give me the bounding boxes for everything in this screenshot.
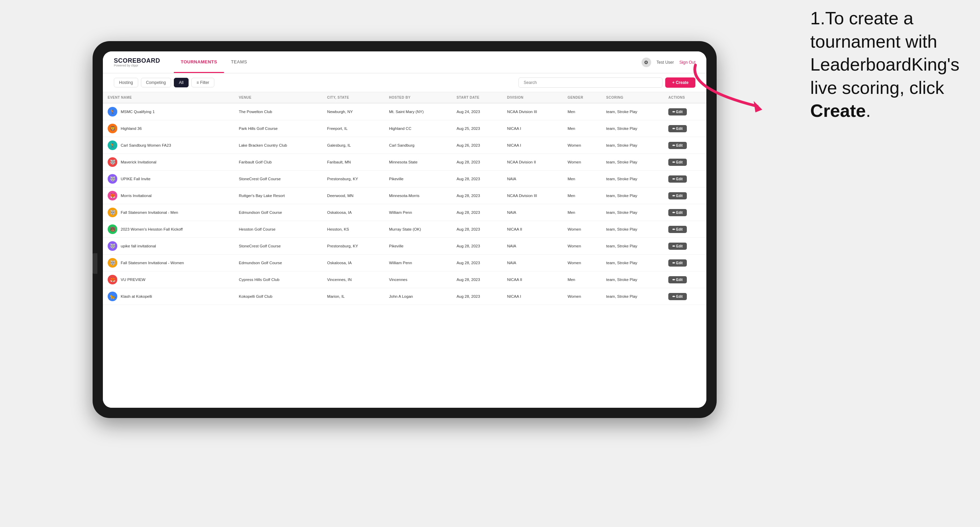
cell-event-name: 🐆 Klash at Kokopelli [103,288,234,305]
cell-event-name: 🏌 Carl Sandburg Women FA23 [103,137,234,154]
table-row: 🐺 Fall Statesmen Invitational - Women Ed… [103,255,706,271]
cell-event-name: 🐺 Maverick Invitational [103,154,234,171]
col-city-state: CITY, STATE [322,92,384,103]
edit-button[interactable]: ✏ Edit [668,243,687,250]
cell-city: Hesston, KS [322,221,384,238]
cell-event-name: 🐻 2023 Women's Hesston Fall Kickoff [103,221,234,238]
cell-scoring: team, Stroke Play [601,171,663,187]
app-header: SCOREBOARD Powered by clippr TOURNAMENTS… [103,51,706,73]
event-icon: 🏌 [108,107,117,116]
cell-city: Freeport, IL [322,120,384,137]
cell-scoring: team, Stroke Play [601,137,663,154]
event-icon: 🦊 [108,191,117,200]
cell-hosted-by: William Penn [384,204,452,221]
cell-division: NCAA Division III [502,103,563,120]
event-name-text: Fall Statesmen Invitational - Men [121,210,178,214]
app-logo: SCOREBOARD [114,57,160,64]
table-row: 🦁 Highland 36 Park Hills Golf Course Fre… [103,120,706,137]
cell-venue: Ruttger's Bay Lake Resort [234,187,323,204]
cell-division: NAIA [502,171,563,187]
cell-actions: ✏ Edit [663,204,706,221]
edit-button[interactable]: ✏ Edit [668,226,687,233]
event-name-text: Morris Invitational [121,194,151,198]
cell-gender: Women [563,137,601,154]
table-row: 🦊 Morris Invitational Ruttger's Bay Lake… [103,187,706,204]
table-row: 🐆 Klash at Kokopelli Kokopelli Golf Club… [103,288,706,305]
cell-start-date: Aug 28, 2023 [452,255,502,271]
event-icon: 🐻 [108,224,117,234]
cell-start-date: Aug 28, 2023 [452,204,502,221]
cell-start-date: Aug 24, 2023 [452,103,502,120]
filter-button[interactable]: ≡ Filter [191,78,214,87]
cell-gender: Women [563,221,601,238]
cell-event-name: 🐺 upike fall invitational [103,238,234,255]
event-icon: 🦊 [108,275,117,284]
cell-hosted-by: Pikeville [384,238,452,255]
cell-actions: ✏ Edit [663,288,706,305]
tablet-side-button [92,253,97,274]
cell-venue: StoneCrest Golf Course [234,238,323,255]
tablet-screen: SCOREBOARD Powered by clippr TOURNAMENTS… [103,51,706,408]
cell-actions: ✏ Edit [663,154,706,171]
edit-button[interactable]: ✏ Edit [668,125,687,132]
cell-city: Oskaloosa, IA [322,204,384,221]
edit-button[interactable]: ✏ Edit [668,159,687,166]
event-name-text: Fall Statesmen Invitational - Women [121,261,184,265]
table-header-row: EVENT NAME VENUE CITY, STATE HOSTED BY S… [103,92,706,103]
cell-hosted-by: Pikeville [384,171,452,187]
user-name: Test User [657,60,674,65]
tablet-frame: SCOREBOARD Powered by clippr TOURNAMENTS… [92,41,717,418]
toolbar: Hosting Competing All ≡ Filter + Create [103,73,706,92]
table-row: 🐺 Fall Statesmen Invitational - Men Edmu… [103,204,706,221]
edit-button[interactable]: ✏ Edit [668,276,687,283]
cell-gender: Men [563,120,601,137]
cell-scoring: team, Stroke Play [601,187,663,204]
event-icon: 🦁 [108,124,117,133]
cell-scoring: team, Stroke Play [601,221,663,238]
edit-button[interactable]: ✏ Edit [668,192,687,199]
cell-gender: Men [563,103,601,120]
cell-city: Galesburg, IL [322,137,384,154]
cell-venue: Edmundson Golf Course [234,204,323,221]
event-icon: 🐺 [108,241,117,251]
col-division: DIVISION [502,92,563,103]
edit-button[interactable]: ✏ Edit [668,293,687,300]
edit-button[interactable]: ✏ Edit [668,259,687,267]
edit-button[interactable]: ✏ Edit [668,175,687,183]
annotation-text: 1.To create a tournament with Leaderboar… [810,7,959,123]
edit-button[interactable]: ✏ Edit [668,142,687,149]
cell-actions: ✏ Edit [663,221,706,238]
cell-hosted-by: Minnesota-Morris [384,187,452,204]
cell-event-name: 🐺 Fall Statesmen Invitational - Women [103,255,234,271]
cell-hosted-by: Murray State (OK) [384,221,452,238]
cell-scoring: team, Stroke Play [601,204,663,221]
edit-button[interactable]: ✏ Edit [668,209,687,216]
col-hosted-by: HOSTED BY [384,92,452,103]
cell-scoring: team, Stroke Play [601,120,663,137]
search-input[interactable] [519,78,662,88]
nav-tab-tournaments[interactable]: TOURNAMENTS [174,51,224,73]
cell-start-date: Aug 28, 2023 [452,288,502,305]
competing-filter-button[interactable]: Competing [141,78,171,87]
all-filter-button[interactable]: All [174,78,189,87]
settings-icon[interactable]: ⚙ [641,57,651,67]
hosting-filter-button[interactable]: Hosting [114,78,138,87]
cell-venue: Edmundson Golf Course [234,255,323,271]
nav-tab-teams[interactable]: TEAMS [224,51,254,73]
cell-actions: ✏ Edit [663,271,706,288]
cell-city: Faribault, MN [322,154,384,171]
cell-venue: StoneCrest Golf Course [234,171,323,187]
cell-city: Oskaloosa, IA [322,255,384,271]
cell-start-date: Aug 28, 2023 [452,221,502,238]
cell-division: NAIA [502,204,563,221]
cell-venue: The Powelton Club [234,103,323,120]
arrow-annotation [682,62,778,118]
cell-start-date: Aug 28, 2023 [452,171,502,187]
cell-actions: ✏ Edit [663,255,706,271]
cell-division: NAIA [502,238,563,255]
event-icon: 🐺 [108,208,117,217]
cell-scoring: team, Stroke Play [601,271,663,288]
cell-actions: ✏ Edit [663,238,706,255]
cell-venue: Faribault Golf Club [234,154,323,171]
cell-start-date: Aug 28, 2023 [452,238,502,255]
